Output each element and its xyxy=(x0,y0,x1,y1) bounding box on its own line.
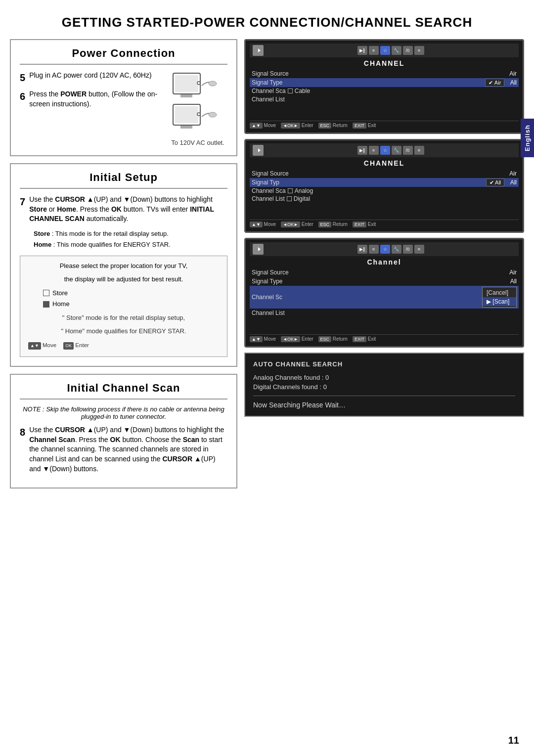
step-6-num: 6 xyxy=(20,89,25,103)
cancel-option: [Cancel] xyxy=(483,288,516,297)
menu-icon2-3-active: ☆ xyxy=(380,146,390,155)
svg-rect-6 xyxy=(175,106,198,123)
store-checkbox xyxy=(43,290,49,296)
initial-channel-scan-section: Initial Channel Scan NOTE : Skip the fol… xyxy=(10,374,237,489)
tv-screen-2-header: ▶‖ ≡ ☆ 🔧 /0 ≡ xyxy=(250,143,519,157)
channel-scan-note: NOTE : Skip the following process if the… xyxy=(20,405,227,420)
svg-point-4 xyxy=(209,81,217,86)
tv-footer-2: ▲▼ Move ◄OK► Enter ESC Return EXIT Exit xyxy=(250,220,519,227)
analog-value: 0 xyxy=(325,374,329,381)
enter-nav-1: ◄OK► xyxy=(281,123,300,129)
tv-footer-1: ▲▼ Move ◄OK► Enter ESC Return EXIT Exit xyxy=(250,121,519,129)
page-number: 11 xyxy=(508,735,519,746)
signal-source-value-2: Air xyxy=(509,170,517,177)
analog-label: Analog Channels found : xyxy=(253,374,323,381)
tv-screen-3: ▶‖ ≡ ☆ 🔧 /0 ≡ Channel Signal Source Air … xyxy=(244,238,524,348)
channel-title-2: CHANNEL xyxy=(250,158,519,169)
store-note: Store : This mode is for the retail disp… xyxy=(34,229,227,239)
step-6-text: Press the POWER button, (Follow the on-s… xyxy=(29,89,163,109)
signal-type-label-3: Signal Type xyxy=(252,278,283,285)
channel-scan-row-1: Channel Sca Cable xyxy=(250,87,519,95)
search-divider xyxy=(253,396,515,396)
move-nav-3: ▲▼ xyxy=(250,336,263,342)
menu-icon3-4: 🔧 xyxy=(392,245,401,254)
right-column: ▶‖ ≡ ☆ 🔧 /0 ≡ CHANNEL Signal Source Air … xyxy=(244,39,524,489)
move-nav-1: ▲▼ xyxy=(250,123,263,129)
menu-icon-5: /0 xyxy=(403,46,413,55)
menu-icon-6: ≡ xyxy=(414,46,424,55)
home-label: Home xyxy=(52,299,70,309)
menu-icon-4: 🔧 xyxy=(392,46,401,55)
signal-type-label-1: Signal Type xyxy=(252,79,283,86)
store-label: Store xyxy=(52,288,68,298)
signal-source-value-3: Air xyxy=(509,269,517,276)
setup-screen-line1: Please select the proper location for yo… xyxy=(28,261,219,271)
channel-list-label-1: Channel List xyxy=(252,96,285,103)
page-title: GETTING STARTED-POWER CONNECTION/CHANNEL… xyxy=(10,15,524,30)
menu-icons-3: ▶‖ ≡ ☆ 🔧 /0 ≡ xyxy=(266,245,516,254)
digital-label-2: Digital xyxy=(294,195,310,202)
cable-checkbox-1 xyxy=(288,89,293,93)
tv-screen-3-header: ▶‖ ≡ ☆ 🔧 /0 ≡ xyxy=(250,242,519,256)
menu-icon2-2: ≡ xyxy=(369,146,379,155)
outlet-text: To 120V AC outlet. xyxy=(171,139,224,146)
cable-label-1: Cable xyxy=(295,88,310,94)
nav-move: ▲▼ Move xyxy=(28,341,56,350)
exit-nav-1: EXIT xyxy=(353,123,366,129)
channel-list-label-3: Channel List xyxy=(252,310,285,316)
signal-source-value-1: Air xyxy=(509,70,517,77)
channel-list-label-2: Channel List xyxy=(252,195,285,202)
move-nav-2: ▲▼ xyxy=(250,222,263,227)
tv-footer-3: ▲▼ Move ◄OK► Enter ESC Return EXIT Exit xyxy=(250,334,519,342)
auto-search-title: AUTO CHANNEL SEARCH xyxy=(253,360,515,368)
channel-scan-label-2: Channel Sca xyxy=(252,187,286,194)
tv-diagram: To 120V AC outlet. xyxy=(168,71,227,146)
menu-icon3-3-active: ☆ xyxy=(380,245,390,254)
footer-enter-1: ◄OK► Enter xyxy=(281,123,313,129)
step-5-text: Plug in AC power cord (120V AC, 60Hz) xyxy=(29,71,151,81)
enter-nav-3: ◄OK► xyxy=(281,336,300,342)
step-6: 6 Press the POWER button, (Follow the on… xyxy=(20,89,163,109)
power-connection-section: Power Connection 5 Plug in AC power cord… xyxy=(10,39,237,156)
tv-thumbnail-icon-2 xyxy=(253,145,264,156)
signal-source-label-1: Signal Source xyxy=(252,70,289,77)
tv-screen-1: ▶‖ ≡ ☆ 🔧 /0 ≡ CHANNEL Signal Source Air … xyxy=(244,39,524,134)
spacer-2 xyxy=(250,203,519,218)
footer-return-3: ESC Return xyxy=(318,336,348,342)
setup-screen-line2: the display will be adjusted for best re… xyxy=(28,274,219,284)
footer-enter-3: ◄OK► Enter xyxy=(281,336,313,342)
digital-checkbox-2 xyxy=(287,196,292,201)
spacer-1 xyxy=(250,104,519,119)
signal-source-label-2: Signal Source xyxy=(252,170,289,177)
signal-type-row-3: Signal Type All xyxy=(250,277,519,286)
step-7-num: 7 xyxy=(20,195,25,209)
menu-icon3-1: ▶‖ xyxy=(357,245,367,254)
channel-list-row-2: Channel List Digital xyxy=(250,195,519,203)
menu-icon2-1: ▶‖ xyxy=(357,146,367,155)
footer-exit-1: EXIT Exit xyxy=(353,123,376,129)
scan-option: ▶ [Scan] xyxy=(483,297,516,306)
step-7-text: Use the CURSOR ▲(UP) and ▼(Down) buttons… xyxy=(29,195,227,224)
analog-channels-row: Analog Channels found : 0 xyxy=(253,374,515,381)
signal-type-row-2: Signal Typ ✔ All All xyxy=(250,178,519,187)
setup-options: Store Home xyxy=(43,288,219,309)
return-nav-2: ESC xyxy=(318,222,332,227)
channel-list-row-3: Channel List xyxy=(250,309,519,317)
popup-box: [Cancel] ▶ [Scan] xyxy=(482,287,517,308)
exit-nav-3: EXIT xyxy=(353,336,366,342)
home-note: Home : This mode qualifies for ENERGY ST… xyxy=(34,240,227,250)
setup-screen: Please select the proper location for yo… xyxy=(20,256,227,357)
signal-source-row-2: Signal Source Air xyxy=(250,169,519,178)
left-column: Power Connection 5 Plug in AC power cord… xyxy=(10,39,237,489)
move-btn: ▲▼ xyxy=(28,342,41,350)
analog-label-2: Analog xyxy=(295,187,313,194)
spacer-3 xyxy=(250,317,519,332)
menu-icons-2: ▶‖ ≡ ☆ 🔧 /0 ≡ xyxy=(266,146,516,155)
tv-icon-svg-3 xyxy=(253,244,264,255)
language-tab: English xyxy=(521,119,534,157)
menu-icon2-4: 🔧 xyxy=(392,146,401,155)
svg-point-9 xyxy=(209,112,217,117)
screen-note1: " Store" mode is for the retail display … xyxy=(28,313,219,323)
svg-rect-1 xyxy=(175,75,198,92)
channel-title-1: CHANNEL xyxy=(250,58,519,69)
